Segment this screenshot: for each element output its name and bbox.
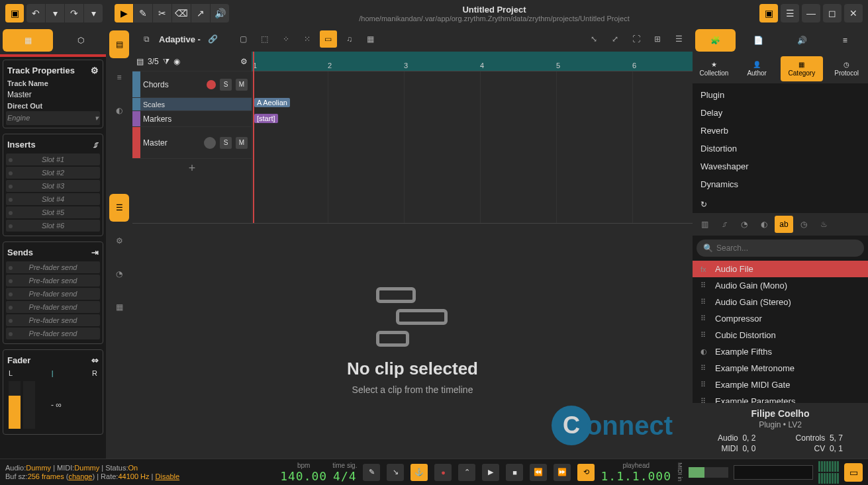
snap-label[interactable]: Adaptive -: [159, 34, 201, 44]
track-name-value[interactable]: Master: [6, 89, 100, 101]
redo-button[interactable]: ↷: [65, 4, 83, 22]
category-item[interactable]: Dynamics: [693, 175, 868, 193]
insert-slot[interactable]: Slot #3: [6, 180, 100, 192]
visibility-button[interactable]: ◔: [109, 260, 129, 288]
monitor-tab[interactable]: 🔊: [782, 29, 822, 52]
link-icon[interactable]: 🔗: [205, 30, 222, 48]
back-button[interactable]: ⌃: [458, 464, 475, 481]
plugin-item[interactable]: ⠿Example Metronome: [693, 360, 868, 376]
category-item[interactable]: Delay: [693, 104, 868, 122]
track-master[interactable]: Master S M: [132, 127, 252, 159]
ramp-tool-button[interactable]: ↗: [191, 4, 210, 22]
files-tab[interactable]: 📄: [738, 29, 779, 52]
cut-tool-button[interactable]: ✂: [153, 4, 171, 22]
track-scales[interactable]: Scales: [132, 98, 252, 111]
undo-menu-button[interactable]: ▾: [46, 4, 64, 22]
send-slot[interactable]: Pre-fader send: [6, 314, 100, 326]
stop-button[interactable]: ■: [506, 464, 523, 481]
fader-icon[interactable]: ⇔: [91, 355, 99, 365]
gear-icon[interactable]: ⚙: [240, 57, 248, 66]
plugin-item[interactable]: ⠿Example Parameters: [693, 393, 868, 403]
sends-icon[interactable]: ⇥: [91, 247, 99, 257]
scale-clip[interactable]: A Aeolian: [254, 98, 290, 107]
category-item[interactable]: Waveshaper: [693, 157, 868, 175]
panel-toggle-left-button[interactable]: ▣: [5, 4, 24, 22]
add-track-button[interactable]: +: [132, 159, 252, 177]
change-link[interactable]: change: [68, 472, 92, 480]
filter-icon[interactable]: ⧩: [163, 57, 169, 66]
maximize-button[interactable]: ◻: [823, 4, 842, 22]
solo-button[interactable]: S: [220, 79, 232, 91]
playhead-value[interactable]: 1.1.1.000: [601, 469, 671, 483]
playhead[interactable]: [253, 52, 254, 223]
play-button[interactable]: ▶: [482, 464, 499, 481]
send-slot[interactable]: Pre-fader send: [6, 261, 100, 273]
record-button[interactable]: [204, 137, 216, 149]
timesig-value[interactable]: 4/4: [332, 469, 357, 483]
record-button[interactable]: [207, 80, 216, 89]
refresh-icon[interactable]: ↻: [700, 200, 707, 209]
toolbar-button[interactable]: ▦: [362, 30, 379, 48]
bottom-panel-toggle[interactable]: ▭: [844, 463, 863, 482]
filter-button[interactable]: ◔: [735, 216, 753, 233]
plugin-item[interactable]: fxAudio File: [693, 261, 868, 277]
browse-category-tab[interactable]: ▦Category: [781, 56, 824, 81]
snap-toggle-button[interactable]: ⧉: [138, 30, 155, 48]
menu-button[interactable]: ☰: [781, 4, 799, 22]
grid-button[interactable]: ▦: [109, 293, 129, 321]
zoom-fit-button[interactable]: ⤡: [585, 30, 603, 48]
plugins-tab[interactable]: 🧩: [695, 29, 736, 52]
track-inspector-tab[interactable]: ▦: [3, 29, 53, 52]
minimize-button[interactable]: —: [802, 4, 820, 22]
browse-collection-tab[interactable]: ★Collection: [693, 54, 736, 83]
metronome-button[interactable]: ✎: [363, 464, 380, 481]
insert-slot[interactable]: Slot #4: [6, 193, 100, 205]
filter-button[interactable]: ▥: [695, 216, 714, 233]
marker-clip[interactable]: [start]: [254, 114, 278, 123]
pencil-tool-button[interactable]: ✎: [134, 4, 152, 22]
ruler[interactable]: 1 2 3 4 5 6: [252, 52, 693, 71]
plugin-item[interactable]: ⠿Cubic Distortion: [693, 327, 868, 343]
audition-tool-button[interactable]: 🔊: [211, 4, 229, 22]
filter-button[interactable]: ab: [775, 216, 793, 233]
filter-button[interactable]: ◷: [795, 216, 813, 233]
return-button[interactable]: ↘: [387, 464, 404, 481]
tracks-tab-button[interactable]: ≡: [109, 64, 129, 91]
eye-icon[interactable]: ◉: [173, 57, 180, 66]
pointer-tool-button[interactable]: ▶: [115, 4, 133, 22]
send-slot[interactable]: Pre-fader send: [6, 288, 100, 300]
browse-author-tab[interactable]: 👤Author: [736, 54, 779, 83]
toolbar-button[interactable]: ▭: [320, 30, 337, 48]
fader-slider[interactable]: [9, 381, 21, 429]
send-slot[interactable]: Pre-fader send: [6, 328, 100, 339]
list-view-button[interactable]: ☰: [109, 194, 129, 222]
timeline-canvas[interactable]: 1 2 3 4 5 6 A Aeolian [start]: [252, 52, 693, 223]
direct-out-select[interactable]: Engine▾: [6, 111, 100, 125]
zoom-expand-button[interactable]: ⤢: [606, 30, 624, 48]
toolbar-button[interactable]: ⁙: [299, 30, 316, 48]
toolbar-button[interactable]: ▢: [235, 30, 252, 48]
forward-button[interactable]: ⏩: [554, 464, 571, 481]
category-item[interactable]: Distortion: [693, 140, 868, 157]
plugin-item[interactable]: ⠿Compressor: [693, 310, 868, 327]
track-chords[interactable]: Chords S M: [132, 71, 252, 98]
record-button[interactable]: ●: [434, 464, 452, 481]
tracklist-icon[interactable]: ▤: [136, 57, 144, 66]
toolbar-button[interactable]: ⬚: [256, 30, 273, 48]
send-slot[interactable]: Pre-fader send: [6, 275, 100, 287]
track-markers[interactable]: Markers: [132, 111, 252, 127]
palette-tab-button[interactable]: ◐: [109, 97, 129, 124]
filter-button[interactable]: ◐: [755, 216, 773, 233]
bpm-value[interactable]: 140.00: [280, 469, 327, 483]
disable-link[interactable]: Disable: [156, 472, 180, 480]
filter-button[interactable]: ♨: [814, 216, 833, 233]
plugin-item[interactable]: ⠿Example MIDI Gate: [693, 376, 868, 393]
mute-button[interactable]: M: [236, 79, 248, 91]
undo-button[interactable]: ↶: [26, 4, 45, 22]
panel-toggle-right-button[interactable]: ▣: [759, 4, 778, 22]
punch-button[interactable]: ⚓: [410, 464, 428, 481]
send-slot[interactable]: Pre-fader send: [6, 301, 100, 313]
toolbar-button[interactable]: ♫: [341, 30, 358, 48]
insert-slot[interactable]: Slot #2: [6, 167, 100, 179]
redo-menu-button[interactable]: ▾: [84, 4, 103, 22]
